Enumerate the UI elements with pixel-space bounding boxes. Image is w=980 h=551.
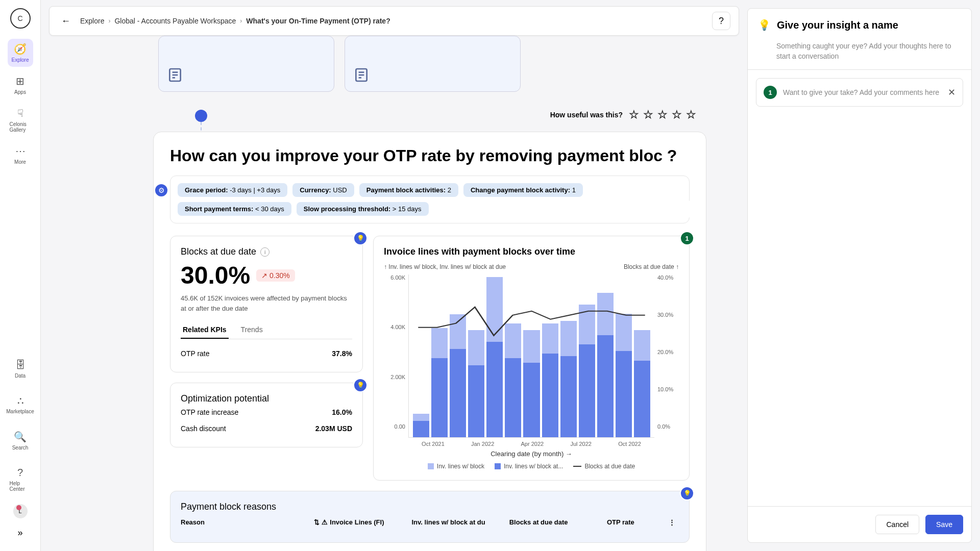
warn-icon: ⚠ bbox=[322, 518, 328, 526]
chart-bars bbox=[409, 274, 654, 437]
nav-gallery[interactable]: ☟Celonis Gallery bbox=[8, 103, 33, 137]
col-blocks-due[interactable]: Blocks at due date bbox=[509, 518, 599, 526]
nav-label: Apps bbox=[14, 89, 26, 95]
rating-stars: ☆ ☆ ☆ ☆ ☆ bbox=[629, 108, 696, 121]
summary-card[interactable] bbox=[345, 36, 521, 92]
compass-icon: 🧭 bbox=[14, 43, 27, 55]
nav-explore[interactable]: 🧭Explore bbox=[8, 39, 33, 67]
chip-currency[interactable]: Currency: USD bbox=[292, 183, 354, 197]
save-button[interactable]: Save bbox=[925, 515, 963, 534]
y-axis-right: 40.0%30.0%20.0%10.0%0.0% bbox=[654, 274, 679, 438]
chevron-right-icon: › bbox=[240, 17, 242, 24]
y-axis-left: 6.00K4.00K2.00K0.00 bbox=[384, 274, 408, 438]
nav-label: Explore bbox=[12, 57, 29, 63]
market-icon: ⛬ bbox=[15, 395, 26, 407]
comment-badge: 1 bbox=[764, 86, 777, 99]
content-scroll[interactable]: How useful was this? ☆ ☆ ☆ ☆ ☆ How can y… bbox=[41, 36, 747, 551]
pin-icon[interactable]: 💡 bbox=[353, 231, 368, 245]
chart-panel: 1 Invoice lines with payment blocks over… bbox=[373, 236, 690, 481]
col-otp[interactable]: OTP rate bbox=[607, 518, 660, 526]
nav-data[interactable]: 🗄Data bbox=[8, 355, 33, 383]
chart-plot[interactable] bbox=[408, 274, 654, 438]
insight-badge[interactable]: 1 bbox=[680, 231, 694, 245]
panel-footer: Cancel Save bbox=[748, 506, 971, 542]
star-3[interactable]: ☆ bbox=[657, 108, 668, 121]
chip-short-terms[interactable]: Short payment terms: < 30 days bbox=[178, 202, 291, 216]
back-button[interactable]: ← bbox=[58, 13, 74, 29]
star-4[interactable]: ☆ bbox=[672, 108, 682, 121]
notification-dot bbox=[16, 505, 21, 510]
chip-change-activity[interactable]: Change payment block activity: 1 bbox=[463, 183, 583, 197]
chart-title: Invoice lines with payment blocks over t… bbox=[384, 246, 679, 257]
nav-label: Search bbox=[12, 445, 29, 450]
breadcrumb-mid[interactable]: Global - Accounts Payable Workspace bbox=[114, 17, 236, 25]
filter-icon[interactable]: ⚙ bbox=[154, 183, 168, 197]
section-title: How can you improve your OTP rate by rem… bbox=[170, 146, 690, 165]
insight-side-panel: 💡 Give your insight a name Something cau… bbox=[747, 8, 972, 543]
cancel-button[interactable]: Cancel bbox=[875, 515, 919, 534]
opt-label: OTP rate increase bbox=[181, 408, 238, 416]
star-1[interactable]: ☆ bbox=[629, 108, 639, 121]
filter-chips: ⚙ Grace period: -3 days | +3 days Curren… bbox=[170, 176, 690, 223]
legend-item: Inv. lines w/ block at... bbox=[495, 463, 564, 470]
kpi-title: Blocks at due datei bbox=[181, 246, 352, 257]
col-invoice-lines[interactable]: ⇅⚠Invoice Lines (FI) bbox=[314, 518, 403, 526]
app-logo[interactable]: C bbox=[10, 8, 31, 29]
panel-subtitle[interactable]: Something caught your eye? Add your thou… bbox=[748, 41, 971, 69]
database-icon: 🗄 bbox=[15, 359, 26, 371]
legend-item: Inv. lines w/ block bbox=[428, 463, 484, 470]
panel-title[interactable]: Give your insight a name bbox=[777, 19, 898, 31]
nav-label: Data bbox=[15, 373, 26, 379]
chip-block-activities[interactable]: Payment block activities: 2 bbox=[359, 183, 458, 197]
expand-sidebar-button[interactable]: » bbox=[10, 522, 31, 543]
pin-icon[interactable]: 💡 bbox=[680, 486, 694, 500]
table-menu-icon[interactable]: ⋮ bbox=[669, 518, 679, 526]
kpi-row-value: 37.8% bbox=[332, 349, 352, 358]
nav-search[interactable]: 🔍Search bbox=[8, 427, 33, 455]
chip-slow-threshold[interactable]: Slow processing threshold: > 15 days bbox=[297, 202, 429, 216]
nav-apps[interactable]: ⊞Apps bbox=[8, 71, 33, 99]
left-column: 💡 Blocks at due datei 30.0%↗ 0.30% 45.6K… bbox=[170, 236, 363, 481]
pointer-icon: ☟ bbox=[17, 107, 23, 119]
summary-card[interactable] bbox=[158, 36, 334, 92]
pin-icon[interactable]: 💡 bbox=[353, 378, 368, 392]
kpi-delta: ↗ 0.30% bbox=[256, 269, 295, 282]
rating-prompt: How useful was this? bbox=[550, 111, 623, 119]
dots-icon: ⋯ bbox=[15, 145, 26, 157]
chevron-right-icon: › bbox=[108, 17, 110, 24]
nav-help[interactable]: ?Help Center bbox=[8, 463, 33, 496]
table-title: Payment block reasons bbox=[181, 502, 679, 512]
info-icon[interactable]: i bbox=[260, 247, 270, 257]
grid-icon: ⊞ bbox=[16, 75, 24, 87]
chart-legend: Inv. lines w/ block Inv. lines w/ block … bbox=[384, 463, 679, 470]
col-lines-block[interactable]: Inv. lines w/ block at du bbox=[411, 518, 501, 526]
document-icon bbox=[353, 67, 370, 83]
chip-grace-period[interactable]: Grace period: -3 days | +3 days bbox=[178, 183, 287, 197]
nav-marketplace[interactable]: ⛬Marketplace bbox=[8, 391, 33, 418]
kpi-panel: 💡 Blocks at due datei 30.0%↗ 0.30% 45.6K… bbox=[170, 236, 363, 372]
search-icon: 🔍 bbox=[14, 431, 27, 443]
comment-box[interactable]: 1 Want to give your take? Add your comme… bbox=[756, 78, 963, 107]
optimization-panel: 💡 Optimization potential OTP rate increa… bbox=[170, 383, 363, 447]
opt-value: 16.0% bbox=[332, 408, 352, 416]
close-icon[interactable]: ✕ bbox=[948, 87, 955, 98]
opt-row: OTP rate increase16.0% bbox=[181, 404, 352, 420]
nav-more[interactable]: ⋯More bbox=[8, 141, 33, 169]
help-button[interactable]: ? bbox=[712, 12, 730, 30]
panel-header: 💡 Give your insight a name bbox=[748, 9, 971, 41]
main-area: ← Explore › Global - Accounts Payable Wo… bbox=[41, 0, 747, 551]
star-2[interactable]: ☆ bbox=[643, 108, 653, 121]
legend-swatch bbox=[428, 463, 434, 469]
tab-related-kpis[interactable]: Related KPIs bbox=[181, 321, 229, 339]
breadcrumb-root[interactable]: Explore bbox=[80, 17, 104, 25]
col-reason[interactable]: Reason bbox=[181, 518, 306, 526]
opt-title: Optimization potential bbox=[181, 393, 352, 404]
legend-swatch bbox=[495, 463, 501, 469]
user-avatar[interactable]: L bbox=[13, 504, 28, 518]
document-icon bbox=[167, 67, 183, 83]
tab-trends[interactable]: Trends bbox=[239, 321, 265, 339]
star-5[interactable]: ☆ bbox=[686, 108, 696, 121]
main-insight-card: How can you improve your OTP rate by rem… bbox=[153, 132, 706, 551]
opt-value: 2.03M USD bbox=[315, 424, 352, 433]
legend-line bbox=[573, 466, 581, 467]
